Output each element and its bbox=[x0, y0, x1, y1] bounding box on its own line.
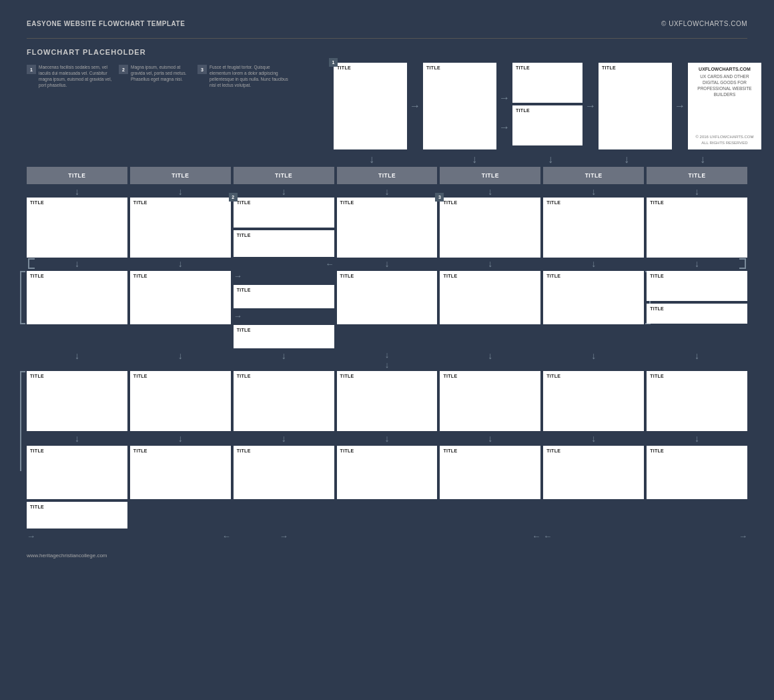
top-box-3a: TITLE bbox=[512, 63, 583, 103]
r23-arr-2: ↓ bbox=[234, 350, 334, 362]
r34-arr-2: ↓ bbox=[234, 432, 334, 444]
r3-box-3-label: TITLE bbox=[340, 374, 354, 378]
top-box-3b: TITLE bbox=[512, 105, 583, 145]
bot-arr-left-5: ← bbox=[543, 531, 552, 541]
r1-box-5-label: TITLE bbox=[546, 200, 560, 205]
bot-arr-left-1: ← bbox=[222, 531, 231, 541]
r2-box-2a-label: TITLE bbox=[237, 288, 251, 292]
r3-box-0: TITLE bbox=[27, 371, 127, 431]
r1-box-1-label: TITLE bbox=[133, 200, 147, 205]
r4-box-2-label: TITLE bbox=[237, 448, 251, 453]
r4-box-3: TITLE bbox=[337, 446, 438, 499]
r2-box-5-label: TITLE bbox=[546, 274, 560, 278]
row4-boxes: TITLE TITLE TITLE TITLE TITLE bbox=[27, 446, 747, 529]
r4-box-5: TITLE bbox=[543, 446, 644, 499]
r1-cell-2: 2 TITLE TITLE bbox=[234, 198, 334, 258]
divider bbox=[27, 38, 747, 39]
r2-box-6a: TITLE bbox=[647, 271, 747, 301]
r4-box-6-label: TITLE bbox=[650, 448, 664, 453]
flowchart-label: FLOWCHART PLACEHOLDER bbox=[27, 48, 747, 56]
r1-arr-5: ↓ bbox=[543, 186, 644, 198]
r2-box-2b: TITLE bbox=[234, 325, 334, 348]
legend-text-3: Fusce et feugiat tortor. Quisque element… bbox=[210, 64, 291, 88]
legend-item-1: 1 Maecenas facilisis sodales sem, vel ia… bbox=[27, 64, 113, 88]
r4-box-0a-label: TITLE bbox=[30, 448, 44, 453]
col-1: TITLE bbox=[130, 167, 231, 184]
down-arrows-row-1: ↓ ↓ ↓ ↓ ↓ bbox=[27, 153, 747, 165]
title-bar-3: TITLE bbox=[337, 167, 438, 184]
row1-boxes: TITLE TITLE 2 TITLE TITLE bbox=[27, 198, 747, 258]
title-bar-0-label: TITLE bbox=[68, 172, 85, 179]
r34-arr-0: ↓ bbox=[27, 432, 127, 444]
r4-box-2: TITLE bbox=[234, 446, 334, 499]
top-box-brand: UXFLOWCHARTS.COM UX CARDS AND OTHER DIGI… bbox=[688, 63, 761, 149]
top-down-arrow-4: ↓ bbox=[624, 153, 629, 165]
col-6: TITLE bbox=[647, 167, 747, 184]
r1-arr-1: ↓ bbox=[130, 186, 231, 198]
r23-arr-3a: ↓ bbox=[385, 350, 390, 360]
r4-box-3-label: TITLE bbox=[340, 448, 354, 453]
r3-box-3: TITLE bbox=[337, 371, 438, 431]
title-bar-5-label: TITLE bbox=[585, 172, 603, 179]
row2-boxes: TITLE TITLE → TITLE bbox=[27, 271, 747, 348]
r34-arr-4: ↓ bbox=[440, 432, 540, 444]
title-bar-2-label: TITLE bbox=[275, 172, 292, 179]
r34-arr-1: ↓ bbox=[130, 432, 231, 444]
title-bar-4: TITLE bbox=[440, 167, 540, 184]
r4-box-1-label: TITLE bbox=[133, 448, 147, 453]
r3-box-4-label: TITLE bbox=[443, 374, 457, 378]
r2-box-2b-label: TITLE bbox=[237, 328, 251, 332]
top-box-2: TITLE bbox=[423, 63, 496, 149]
r1-cell-3: TITLE bbox=[337, 198, 438, 258]
top-down-arrow-5: ↓ bbox=[700, 153, 705, 165]
r1-badge-4: 3 bbox=[435, 193, 444, 202]
top-down-arrow-2: ↓ bbox=[472, 153, 477, 165]
r2-box-5: TITLE bbox=[543, 271, 644, 324]
r3-box-1: TITLE bbox=[130, 371, 231, 431]
r34-arr-5: ↓ bbox=[543, 432, 644, 444]
legend-badge-2: 2 bbox=[119, 65, 128, 74]
arrow-right-4: → bbox=[672, 63, 688, 149]
top-box-3b-label: TITLE bbox=[516, 108, 530, 113]
header-copyright: © UXFLOWCHARTS.COM bbox=[661, 20, 747, 27]
r1-box-3: TITLE bbox=[337, 198, 438, 258]
r2-box-6a-label: TITLE bbox=[650, 274, 664, 278]
arrow-right-1: → bbox=[407, 63, 423, 149]
r1-arr-0: ↓ bbox=[27, 186, 127, 198]
legend-badge-3: 3 bbox=[198, 65, 207, 74]
r4-box-1: TITLE bbox=[130, 446, 231, 499]
r1-box-4-label: TITLE bbox=[443, 200, 457, 205]
r2-box-3-label: TITLE bbox=[340, 274, 354, 278]
r1-badge-2: 2 bbox=[229, 193, 238, 202]
title-bar-2: TITLE bbox=[234, 167, 334, 184]
col-3: TITLE bbox=[337, 167, 438, 184]
top-box-1: TITLE bbox=[334, 63, 407, 149]
r1-box-2a: TITLE bbox=[234, 198, 334, 228]
top-down-arrow-1: ↓ bbox=[369, 153, 374, 165]
r3-box-2: TITLE bbox=[234, 371, 334, 431]
r3-box-1-label: TITLE bbox=[133, 374, 147, 378]
r1-arr-2: ↓ bbox=[234, 186, 334, 198]
r1-box-3-label: TITLE bbox=[340, 200, 354, 205]
r4-box-6: TITLE bbox=[647, 446, 747, 499]
brand-copy: © 2016 UXFLOWCHARTS.COM ALL RIGHTS RESER… bbox=[692, 134, 757, 145]
header: EASYONE WEBSITE FLOWCHART TEMPLATE © UXF… bbox=[27, 13, 747, 33]
col-4: TITLE bbox=[440, 167, 540, 184]
flowchart-container: FLOWCHART PLACEHOLDER 1 Maecenas facilis… bbox=[27, 48, 747, 542]
r3-box-0-label: TITLE bbox=[30, 374, 44, 378]
top-box-3a-label: TITLE bbox=[516, 65, 530, 70]
r1-box-5: TITLE bbox=[543, 198, 644, 258]
header-title: EASYONE WEBSITE FLOWCHART TEMPLATE bbox=[27, 20, 185, 27]
r3-box-2-label: TITLE bbox=[237, 374, 251, 378]
r1-box-2b-label: TITLE bbox=[237, 233, 251, 238]
r2-box-4: TITLE bbox=[440, 271, 540, 324]
r2-box-6b: TITLE bbox=[647, 304, 747, 324]
r2-box-1: TITLE bbox=[130, 271, 231, 324]
title-bar-1: TITLE bbox=[130, 167, 231, 184]
title-bars-row: TITLE TITLE TITLE TITLE TITLE bbox=[27, 167, 747, 184]
legend-text-2: Magna ipsum, euismod at gravida vel, por… bbox=[131, 64, 192, 82]
r23-arr-3b: ↓ bbox=[385, 360, 390, 370]
r1-box-6: TITLE bbox=[647, 198, 747, 258]
r1-cell-1: TITLE bbox=[130, 198, 231, 258]
title-bar-4-label: TITLE bbox=[482, 172, 499, 179]
